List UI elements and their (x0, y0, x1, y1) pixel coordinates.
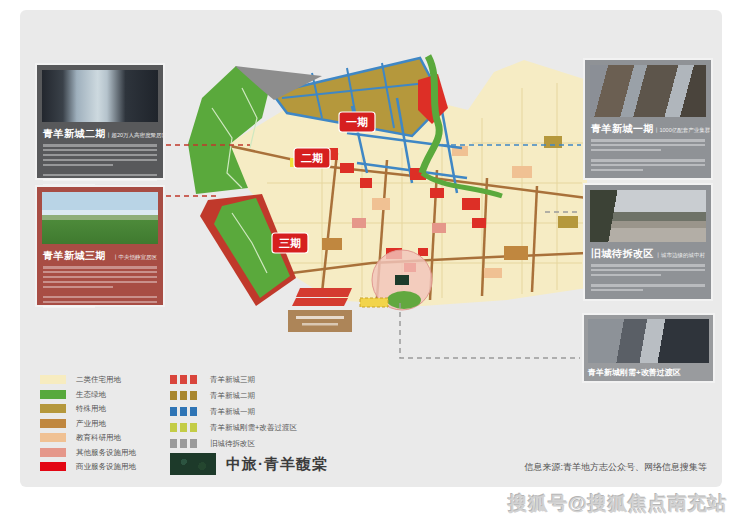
legend-label: 二类住宅用地 (76, 375, 121, 384)
phase1-title: 青羊新城一期 (591, 122, 654, 136)
legend-label: 青羊新城刚需+改善过渡区 (210, 423, 297, 432)
oldtown-subtitle: 丨城市边缘的城中村 (656, 252, 706, 259)
legend-swatch (40, 462, 66, 471)
transition-caption: 青羊新城刚需+改善过渡区 (588, 367, 709, 378)
phase2-title: 青羊新城二期 (43, 127, 106, 141)
legend-label: 特殊用地 (76, 404, 106, 413)
source-note: 信息来源:青羊地方志公众号、网络信息搜集等 (524, 461, 707, 474)
project-logo-text: 中旅·青羊馥棠 (226, 455, 328, 474)
phase1-subtitle: 丨1000亿配套产业集群 (654, 127, 710, 134)
legend-label: 青羊新城三期 (210, 375, 255, 384)
transition-photo (588, 319, 709, 363)
phase3-description (42, 266, 158, 308)
phase3-title: 青羊新城三期 (43, 249, 106, 263)
oldtown-title: 旧城待拆改区 (591, 247, 654, 261)
legend-swatch (40, 390, 66, 399)
legend-label: 教育科研用地 (76, 433, 121, 442)
legend-label: 其他服务设施用地 (76, 448, 136, 457)
phase2-photo (42, 70, 158, 122)
card-phase1: 青羊新城一期 丨1000亿配套产业集群 (583, 58, 713, 180)
legend-swatch (40, 433, 66, 442)
legend-item: 产业用地 (40, 419, 175, 428)
legend-label: 青羊新城一期 (210, 407, 255, 416)
project-logo-swatch (170, 453, 216, 475)
legend-item: 生态绿地 (40, 390, 175, 399)
legend-label: 产业用地 (76, 419, 106, 428)
oldtown-photo (590, 190, 706, 242)
card-phase2: 青羊新城二期 丨超20万人高密度聚居区 (35, 63, 165, 180)
legend-label: 旧城待拆改区 (210, 439, 255, 448)
legend-item: 其他服务设施用地 (40, 448, 175, 457)
legend-item: 青羊新城三期 (170, 375, 320, 384)
legend-item: 特殊用地 (40, 404, 175, 413)
legend-item: 二类住宅用地 (40, 375, 175, 384)
legend-swatch (40, 375, 66, 384)
legend-item: 青羊新城一期 (170, 407, 320, 416)
legend-item: 青羊新城二期 (170, 391, 320, 400)
phase2-description (42, 144, 158, 186)
phase1-photo (590, 65, 706, 117)
legend-dash-swatch (170, 439, 200, 448)
legend-dash-swatch (170, 407, 200, 416)
legend-dash-swatch (170, 423, 200, 432)
phase3-photo (42, 192, 158, 244)
leader-transition (400, 303, 580, 358)
legend-dash-swatch (170, 375, 200, 384)
oldtown-description (590, 264, 706, 291)
card-phase3: 青羊新城三期 丨中央恬静宜居区 (35, 185, 165, 307)
watermark: 搜狐号@搜狐焦点南充站 (508, 491, 728, 517)
card-transition: 青羊新城刚需+改善过渡区 (582, 313, 715, 383)
legend-label: 生态绿地 (76, 390, 106, 399)
legend-zones: 青羊新城三期 青羊新城二期 青羊新城一期 青羊新城刚需+改善过渡区 旧城待拆改区 (170, 375, 320, 455)
legend-item: 教育科研用地 (40, 433, 175, 442)
legend-dash-swatch (170, 391, 200, 400)
legend-swatch (40, 448, 66, 457)
legend-item: 青羊新城刚需+改善过渡区 (170, 423, 320, 432)
legend-item: 商业服务设施用地 (40, 462, 175, 471)
phase2-subtitle: 丨超20万人高密度聚居区 (106, 132, 167, 139)
legend-land-use: 二类住宅用地 生态绿地 特殊用地 产业用地 教育科研用地 其他服务设施用地 商业… (40, 375, 175, 477)
legend-swatch (40, 419, 66, 428)
legend-item: 旧城待拆改区 (170, 439, 320, 448)
legend-swatch (40, 404, 66, 413)
card-oldtown: 旧城待拆改区 丨城市边缘的城中村 (583, 183, 713, 301)
legend-label: 商业服务设施用地 (76, 462, 136, 471)
legend-label: 青羊新城二期 (210, 391, 255, 400)
phase1-description (590, 139, 706, 171)
phase3-subtitle: 丨中央恬静宜居区 (113, 254, 157, 261)
